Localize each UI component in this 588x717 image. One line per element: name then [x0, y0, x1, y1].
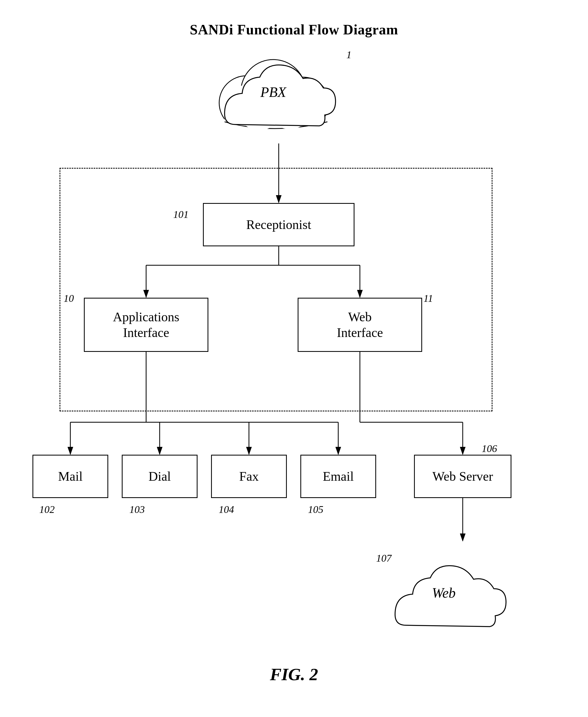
fax-box: Fax — [211, 455, 287, 498]
receptionist-ref: 101 — [173, 208, 189, 220]
dial-label: Dial — [149, 469, 171, 484]
mail-box: Mail — [33, 455, 108, 498]
dial-ref: 103 — [129, 504, 145, 515]
pbx-ref: 1 — [346, 49, 352, 61]
web-interface-label: Web Interface — [337, 309, 383, 340]
email-box: Email — [300, 455, 376, 498]
apps-interface-ref: 10 — [64, 292, 74, 304]
receptionist-label: Receptionist — [246, 217, 311, 232]
email-ref: 105 — [308, 504, 323, 515]
figure-label: FIG. 2 — [0, 664, 588, 684]
diagram-title: SANDi Functional Flow Diagram — [0, 22, 588, 38]
pbx-label: PBX — [260, 84, 286, 100]
web-ref: 107 — [376, 552, 392, 564]
email-label: Email — [323, 469, 354, 484]
fax-ref: 104 — [219, 504, 234, 515]
receptionist-box: Receptionist — [203, 203, 355, 246]
web-interface-box: Web Interface — [298, 298, 422, 352]
web-cloud: Web — [373, 541, 514, 644]
web-server-label: Web Server — [433, 469, 493, 484]
web-interface-ref: 11 — [423, 292, 433, 304]
dial-box: Dial — [122, 455, 197, 498]
apps-interface-label: Applications Interface — [113, 309, 179, 340]
web-server-box: Web Server — [414, 455, 511, 498]
fax-label: Fax — [239, 469, 259, 484]
apps-interface-box: Applications Interface — [84, 298, 208, 352]
web-label: Web — [432, 585, 456, 601]
diagram-page: SANDi Functional Flow Diagram PBX 1 — [0, 0, 588, 717]
pbx-cloud: PBX — [203, 41, 344, 143]
mail-ref: 102 — [39, 504, 55, 515]
web-server-ref: 106 — [482, 443, 497, 454]
mail-label: Mail — [58, 469, 83, 484]
